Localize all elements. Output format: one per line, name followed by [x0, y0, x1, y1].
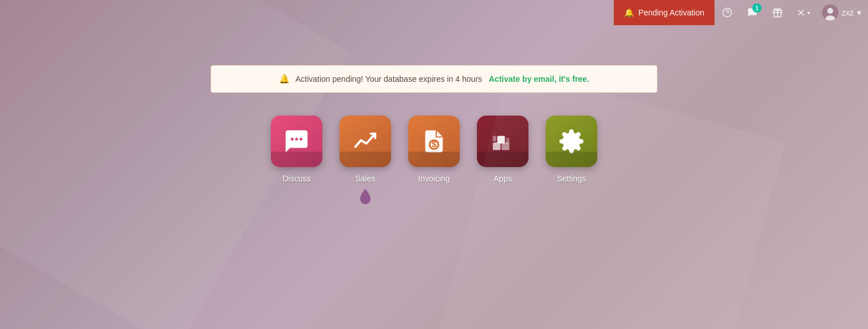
- sales-icon: [340, 116, 391, 167]
- svg-point-11: [299, 138, 302, 141]
- banner-text-before: Activation pending! Your database expire…: [295, 74, 482, 84]
- svg-rect-15: [502, 142, 509, 150]
- svg-point-7: [827, 8, 833, 14]
- discuss-label: Discuss: [282, 174, 310, 183]
- svg-point-10: [295, 138, 298, 141]
- svg-rect-16: [497, 136, 504, 143]
- apps-icon: [477, 116, 528, 167]
- settings-icon: [546, 116, 597, 167]
- svg-rect-17: [493, 136, 496, 141]
- app-item-settings[interactable]: Settings: [546, 116, 597, 183]
- app-item-sales[interactable]: Sales: [340, 116, 391, 183]
- sales-label: Sales: [355, 174, 375, 183]
- odoo-drop: [359, 189, 372, 207]
- svg-rect-14: [493, 142, 500, 150]
- app-item-discuss[interactable]: Discuss: [271, 116, 322, 183]
- user-dropdown-icon: ▾: [857, 8, 861, 17]
- pending-activation-button[interactable]: 🔔 Pending Activation: [614, 0, 715, 25]
- banner-text: Activation pending! Your database expire…: [295, 74, 589, 84]
- banner-bell-icon: 🔔: [279, 74, 290, 84]
- settings-label: Settings: [557, 174, 586, 183]
- user-label: zxz: [842, 8, 854, 17]
- banner-space: [484, 74, 487, 84]
- avatar: [822, 5, 838, 21]
- pending-activation-label: Pending Activation: [638, 8, 704, 17]
- apps-label: Apps: [494, 174, 512, 183]
- help-button[interactable]: [715, 0, 740, 25]
- settings-toggle-button[interactable]: ▾: [790, 0, 815, 25]
- bell-icon: 🔔: [624, 8, 634, 17]
- navbar-right: 🔔 Pending Activation 1: [614, 0, 868, 25]
- user-menu-button[interactable]: zxz ▾: [815, 0, 868, 25]
- invoicing-icon: $: [408, 116, 460, 167]
- discuss-icon: [271, 116, 322, 167]
- main-content: 🔔 Activation pending! Your database expi…: [0, 25, 868, 329]
- app-item-invoicing[interactable]: $ Invoicing: [408, 116, 460, 183]
- activation-link[interactable]: Activate by email, it's free.: [489, 74, 589, 84]
- app-item-apps[interactable]: Apps: [477, 116, 528, 183]
- activation-banner: 🔔 Activation pending! Your database expi…: [211, 65, 657, 93]
- message-badge: 1: [752, 3, 762, 13]
- navbar: 🔔 Pending Activation 1: [0, 0, 868, 25]
- svg-point-9: [291, 138, 294, 141]
- svg-rect-18: [506, 138, 510, 144]
- gift-button[interactable]: [765, 0, 790, 25]
- messaging-button[interactable]: 1: [740, 0, 765, 25]
- app-grid: Discuss Sales $ Invoicing: [271, 116, 597, 183]
- invoicing-label: Invoicing: [418, 174, 449, 183]
